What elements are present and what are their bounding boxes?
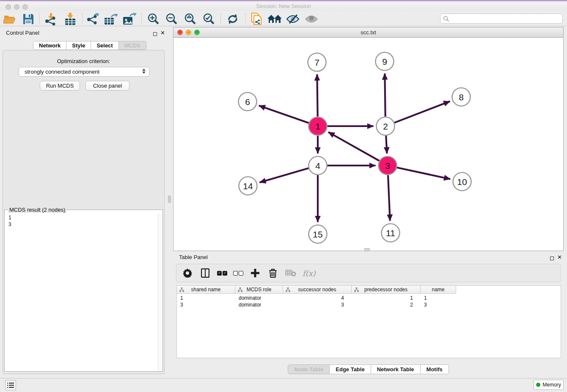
- open-session-icon[interactable]: [2, 12, 18, 26]
- control-panel-close-button[interactable]: ✕: [160, 30, 165, 36]
- column-header-shared-name[interactable]: shared name: [177, 286, 235, 294]
- import-table-icon[interactable]: [62, 12, 78, 26]
- table-panel: Table Panel ✕ ✓✓ ✓✓ f(x) shared name MCD…: [173, 252, 564, 376]
- column-header-mcds-role[interactable]: MCDS role: [235, 286, 283, 294]
- save-session-icon[interactable]: [20, 12, 36, 26]
- graph-edge-2-8[interactable]: [394, 101, 450, 123]
- column-type-icon: [286, 287, 290, 292]
- network-maximize-icon[interactable]: +: [194, 30, 200, 35]
- settings-gear-icon[interactable]: [182, 267, 193, 279]
- tab-network[interactable]: Network: [33, 41, 66, 50]
- import-network-icon[interactable]: [43, 12, 59, 26]
- delete-table-icon[interactable]: [285, 267, 297, 279]
- table-panel-title: Table Panel: [179, 254, 208, 260]
- graph-node-label: 11: [386, 228, 395, 238]
- zoom-selected-icon[interactable]: [201, 12, 217, 26]
- tab-select[interactable]: Select: [91, 41, 118, 50]
- select-all-icon[interactable]: ✓✓: [217, 271, 227, 276]
- graph-edge-3-1[interactable]: [328, 132, 380, 161]
- horizontal-splitter-handle[interactable]: [364, 248, 370, 251]
- control-panel-tabs: Network Style Select MCDS: [33, 41, 146, 50]
- deselect-all-icon[interactable]: ✓✓: [233, 271, 243, 276]
- column-type-icon: [354, 287, 359, 292]
- tab-motifs[interactable]: Motifs: [421, 364, 449, 374]
- cell-predecessor-nodes: 1: [352, 295, 421, 301]
- panel-splitter-handle[interactable]: [168, 196, 171, 203]
- graph-node-label: 1: [315, 121, 320, 131]
- graph-edge-1-7[interactable]: [317, 74, 317, 116]
- run-mcds-button[interactable]: Run MCDS: [40, 81, 80, 91]
- graph-node-label: 15: [313, 229, 322, 239]
- task-history-button[interactable]: [5, 380, 16, 390]
- mcds-result-list[interactable]: 1 3: [5, 213, 159, 371]
- column-panel-icon[interactable]: [199, 267, 211, 279]
- window-close-button[interactable]: [6, 4, 11, 10]
- zoom-out-icon[interactable]: [164, 12, 180, 26]
- graph-edge-2-9[interactable]: [385, 73, 385, 116]
- search-icon: [443, 16, 449, 22]
- network-minimize-icon[interactable]: −: [186, 30, 191, 35]
- criterion-dropdown[interactable]: strongly connected component: [19, 67, 149, 77]
- close-panel-button[interactable]: Close panel: [85, 81, 129, 91]
- graph-node-label: 10: [457, 177, 467, 187]
- show-all-eye-icon[interactable]: [303, 12, 319, 26]
- refresh-view-icon[interactable]: [225, 12, 241, 26]
- tab-edge-table[interactable]: Edge Table: [330, 364, 371, 374]
- table-panel-float-button[interactable]: [550, 255, 554, 262]
- zoom-fit-icon[interactable]: [182, 12, 198, 26]
- add-column-plus-icon[interactable]: [249, 267, 261, 279]
- export-table-icon[interactable]: [103, 12, 119, 26]
- toolbar-separator: [39, 14, 40, 25]
- cell-name: 1: [421, 295, 456, 301]
- delete-column-trash-icon[interactable]: [267, 267, 279, 279]
- table-header-row: shared name MCDS role successor nodes pr…: [177, 286, 456, 294]
- mcds-result-box: MCDS result (2 nodes) 1 3: [4, 210, 163, 372]
- export-network-icon[interactable]: [85, 12, 101, 26]
- column-header-successor-nodes[interactable]: successor nodes: [283, 286, 352, 294]
- graph-edge-3-11[interactable]: [388, 175, 390, 221]
- cell-successor-nodes: 3: [283, 301, 352, 308]
- search-input[interactable]: [440, 14, 563, 24]
- app-titlebar[interactable]: Session: New Session: [0, 1, 567, 11]
- network-canvas[interactable]: 1234678910111415: [173, 38, 563, 251]
- copy-view-icon[interactable]: [248, 12, 264, 26]
- graph-node-label: 2: [383, 121, 388, 131]
- tab-node-table[interactable]: Node Table: [288, 364, 330, 374]
- cell-shared-name: 1: [177, 295, 235, 301]
- table-panel-close-button[interactable]: ✕: [557, 254, 562, 260]
- column-header-predecessor-nodes[interactable]: predecessor nodes: [352, 286, 421, 294]
- toolbar-separator: [141, 14, 142, 25]
- table-toolbar: ✓✓ ✓✓ f(x): [176, 264, 561, 282]
- table-row[interactable]: 3 dominator 3 2 3: [177, 301, 456, 308]
- table-row[interactable]: 1 dominator 4 1 1: [177, 295, 456, 301]
- graph-edge-2-3[interactable]: [386, 135, 387, 153]
- zoom-in-icon[interactable]: [146, 12, 162, 26]
- graph-edge-3-10[interactable]: [397, 168, 450, 179]
- memory-button[interactable]: Memory: [534, 380, 564, 390]
- node-table: shared name MCDS role successor nodes pr…: [176, 285, 561, 358]
- network-close-icon[interactable]: ✕: [177, 30, 183, 35]
- tab-network-table[interactable]: Network Table: [371, 364, 421, 374]
- network-window-titlebar[interactable]: ✕ − + scc.txt: [173, 28, 563, 38]
- control-panel-title: Control Panel: [6, 30, 39, 36]
- function-builder-icon[interactable]: f(x): [303, 269, 316, 278]
- export-image-icon[interactable]: [121, 12, 138, 26]
- cell-successor-nodes: 4: [283, 295, 352, 301]
- toolbar-separator: [245, 14, 245, 25]
- control-panel-header: Control Panel ✕: [0, 27, 168, 38]
- hide-selected-eye-slash-icon[interactable]: [285, 12, 301, 26]
- tab-style[interactable]: Style: [66, 41, 91, 50]
- window-minimize-button[interactable]: [14, 4, 19, 10]
- graph-node-label: 3: [385, 161, 390, 171]
- column-header-name[interactable]: name: [421, 286, 456, 294]
- tab-mcds[interactable]: MCDS: [119, 41, 146, 50]
- graph-edge-4-14[interactable]: [259, 168, 308, 182]
- column-type-icon: [179, 287, 184, 292]
- result-scrollbar[interactable]: [158, 213, 162, 371]
- control-panel-float-button[interactable]: [153, 31, 157, 37]
- graph-edge-1-6[interactable]: [259, 105, 309, 123]
- dropdown-stepper-icon: [142, 69, 146, 74]
- toolbar-separator: [220, 14, 221, 25]
- window-zoom-button[interactable]: [22, 4, 28, 10]
- home-view-icon[interactable]: [267, 12, 283, 26]
